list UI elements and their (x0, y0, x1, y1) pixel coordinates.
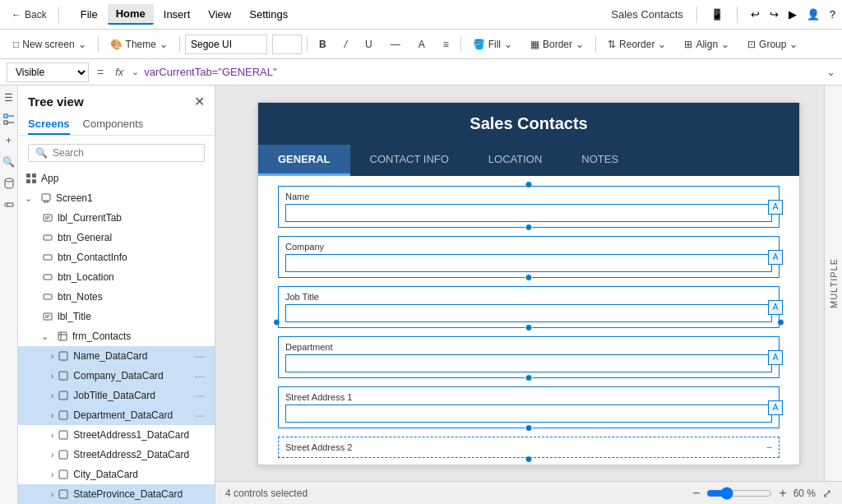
tree-item-streetaddress1-datacard[interactable]: › StreetAddress1_DataCard (18, 425, 215, 445)
tree-close-button[interactable]: ✕ (194, 94, 205, 109)
font-size-icon: A (419, 39, 425, 50)
tree-item-app[interactable]: App (18, 169, 215, 188)
btn-notes-icon (41, 291, 54, 303)
tree-item-jobtitle-datacard[interactable]: › JobTitle_DataCard ··· (18, 386, 215, 405)
svg-rect-11 (42, 194, 50, 201)
play-icon[interactable]: ▶ (789, 8, 797, 21)
group-button[interactable]: ⊡ Group ⌄ (741, 37, 804, 52)
toolbar-sep-2 (179, 36, 180, 53)
tree-item-btn-general[interactable]: btn_General (18, 228, 215, 247)
font-size-button[interactable]: A (412, 37, 432, 52)
tab-location[interactable]: LOCATION (469, 145, 562, 176)
help-icon[interactable]: ? (830, 8, 835, 21)
department-handle-a[interactable]: A (768, 350, 783, 365)
view-menu[interactable]: View (200, 5, 239, 24)
settings-menu[interactable]: Settings (241, 5, 296, 24)
streetaddr2-collapse: − (766, 442, 772, 453)
jobtitle-handle-a[interactable]: A (768, 300, 783, 315)
font-size-input[interactable] (272, 35, 302, 54)
tab-notes[interactable]: NOTES (562, 145, 638, 176)
tree-item-btn-contactinfo[interactable]: btn_ContactInfo (18, 247, 215, 267)
formula-expand-icon[interactable]: ⌄ (826, 66, 835, 78)
border-button[interactable]: ▦ Border ⌄ (524, 37, 590, 52)
insert-menu[interactable]: Insert (155, 5, 199, 24)
tree-item-stateprovince-datacard[interactable]: › StateProvince_DataCard (18, 484, 215, 504)
search-box[interactable]: 🔍 (28, 144, 205, 162)
new-screen-icon: □ (13, 39, 19, 50)
theme-button[interactable]: 🎨 Theme ⌄ (104, 37, 174, 52)
streetaddr2-chevron: › (51, 451, 53, 460)
redo-icon[interactable]: ↪ (770, 8, 779, 21)
align-btn-chevron: ⌄ (721, 39, 729, 50)
fullscreen-icon[interactable]: ⤢ (822, 487, 832, 500)
svg-rect-0 (4, 114, 7, 118)
zoom-plus-button[interactable]: + (779, 486, 786, 501)
tree-item-btn-notes[interactable]: btn_Notes (18, 287, 215, 307)
tree-item-frm-contacts[interactable]: ⌄ frm_Contacts (18, 326, 215, 346)
search-input[interactable] (53, 147, 197, 159)
jobtitle-datacard-more[interactable]: ··· (192, 389, 208, 402)
variables-icon[interactable] (0, 196, 18, 214)
name-datacard-more[interactable]: ··· (192, 349, 208, 363)
department-datacard-icon (57, 409, 70, 421)
company-datacard-chevron: › (51, 372, 53, 381)
lbl-title-label: lbl_Title (58, 311, 208, 322)
undo-icon[interactable]: ↩ (751, 8, 760, 21)
components-tab[interactable]: Components (83, 114, 144, 135)
italic-button[interactable]: / (338, 37, 354, 52)
property-dropdown[interactable]: Visible (7, 62, 89, 82)
name-handle-a[interactable]: A (768, 200, 783, 215)
tab-general[interactable]: GENERAL (258, 145, 350, 176)
back-label: Back (25, 9, 47, 21)
btn-notes-label: btn_Notes (58, 291, 208, 303)
back-button[interactable]: ← Back (7, 7, 52, 22)
tree-item-company-datacard[interactable]: › Company_DataCard ··· (18, 366, 215, 386)
tree-item-lbl-currenttab[interactable]: lbl_CurrentTab (18, 208, 215, 228)
bold-button[interactable]: B (312, 37, 333, 52)
theme-icon: 🎨 (110, 39, 123, 50)
align-button[interactable]: ≡ (437, 37, 456, 52)
font-name-input[interactable] (185, 35, 267, 54)
zoom-minus-button[interactable]: − (692, 486, 700, 501)
stateprovince-icon (57, 488, 70, 500)
streetaddr1-handle-a[interactable]: A (768, 400, 783, 415)
jobtitle-field-input[interactable] (285, 304, 772, 322)
name-field-input[interactable] (285, 204, 772, 222)
home-menu[interactable]: Home (108, 4, 154, 25)
database-icon[interactable] (0, 174, 18, 192)
tree-view-icon[interactable] (0, 110, 18, 128)
new-screen-button[interactable]: □ New screen ⌄ (7, 37, 93, 52)
reorder-button[interactable]: ⇅ Reorder ⌄ (601, 37, 673, 52)
zoom-slider[interactable] (706, 487, 772, 500)
lbl-title-icon (41, 311, 54, 322)
fill-button[interactable]: 🪣 Fill ⌄ (466, 37, 519, 52)
tree-item-screen1[interactable]: ⌄ Screen1 (18, 188, 215, 208)
tree-item-department-datacard[interactable]: › Department_DataCard ··· (18, 405, 215, 425)
file-menu[interactable]: File (72, 5, 106, 24)
tree-item-name-datacard[interactable]: › Name_DataCard ··· (18, 346, 215, 366)
tree-item-btn-location[interactable]: btn_Location (18, 267, 215, 287)
company-handle-a[interactable]: A (768, 250, 783, 265)
search-icon[interactable]: 🔍 (0, 153, 18, 171)
streetaddr1-chevron: › (51, 431, 53, 440)
screens-tab[interactable]: Screens (28, 114, 70, 135)
plus-icon[interactable]: + (0, 132, 18, 150)
department-field-input[interactable] (285, 354, 772, 372)
streetaddr1-field-input[interactable] (285, 405, 772, 423)
tab-contact-info[interactable]: CONTACT INFO (350, 145, 469, 176)
tree-content: App ⌄ Screen1 lbl_CurrentTab (18, 169, 215, 504)
department-datacard-more[interactable]: ··· (192, 409, 208, 422)
hamburger-icon[interactable]: ☰ (0, 89, 18, 107)
app-tabs: GENERAL CONTACT INFO LOCATION NOTES (258, 145, 799, 176)
align-btn[interactable]: ⊞ Align ⌄ (678, 37, 736, 52)
user-icon[interactable]: 👤 (807, 8, 820, 21)
tree-item-lbl-title[interactable]: lbl_Title (18, 307, 215, 326)
tree-item-city-datacard[interactable]: › City_DataCard (18, 465, 215, 484)
strikethrough-button[interactable]: — (384, 37, 407, 52)
company-datacard-more[interactable]: ··· (192, 369, 208, 382)
tree-item-streetaddress2-datacard[interactable]: › StreetAddress2_DataCard (18, 445, 215, 465)
company-field-input[interactable] (285, 254, 772, 272)
department-field-label: Department (285, 342, 772, 352)
streetaddr1-dot-bottom (525, 424, 533, 432)
underline-button[interactable]: U (359, 37, 379, 52)
